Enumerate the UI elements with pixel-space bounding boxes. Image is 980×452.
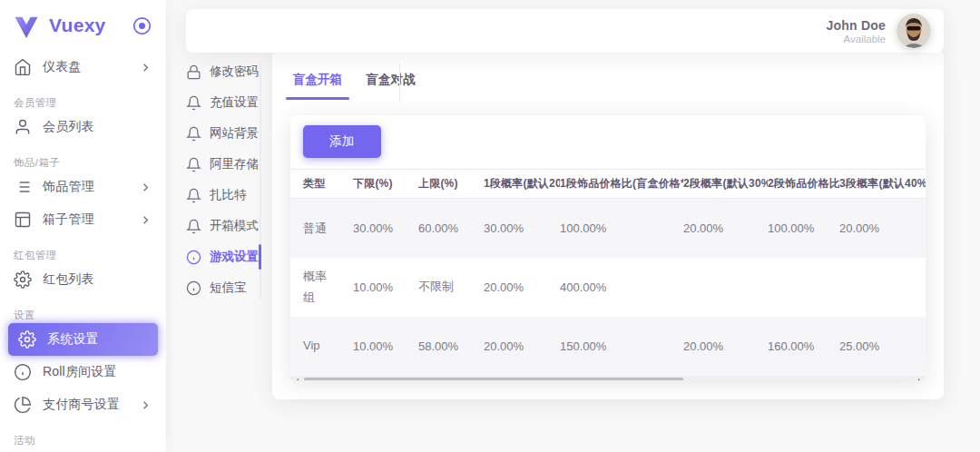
sidebar-section-redpacket: 红包管理 [0, 236, 166, 263]
cell-value: 20.00% [839, 199, 926, 258]
sidebar-item-box-management[interactable]: 箱子管理 [0, 203, 166, 236]
sidebar-item-label: 红包列表 [43, 271, 94, 288]
user-menu[interactable]: John Doe Available [827, 14, 931, 48]
col-header-stage1-ratio: 1段饰品价格比(盲盒价格*比例) [560, 170, 683, 199]
box-icon [14, 211, 32, 229]
brand-header: Vuexy [0, 0, 166, 51]
col-header-stage2-ratio: 2段饰品价格比 [768, 170, 839, 199]
cell-value: 30.00% [484, 199, 560, 258]
bell-icon [186, 95, 201, 111]
add-button[interactable]: 添加 [303, 125, 381, 158]
active-indicator [259, 244, 261, 270]
cell-type: 普通 [303, 218, 336, 239]
sidebar-item-member-list[interactable]: 会员列表 [0, 111, 166, 143]
col-header-type: 类型 [290, 170, 353, 199]
cell-value: 400.00% [560, 258, 683, 317]
table-toolbar: 添加 [290, 115, 926, 169]
menu-item-label: 充值设置 [210, 94, 259, 111]
table-row[interactable]: 普通 30.00% 60.00% 30.00% 100.00% 20.00% 1… [290, 199, 926, 258]
main-sidebar: Vuexy 仪表盘 会员管理 会员列表 饰品/箱子 饰品管理 箱子管理 红包管理 [0, 0, 166, 452]
tab-blindbox-open[interactable]: 盲盒开箱 [286, 64, 349, 100]
tab-blindbox-battle[interactable]: 盲盒对战 [358, 64, 422, 100]
bell-icon [186, 219, 201, 234]
table-panel: 添加 类型 下限(%) 上限(%) 1段概率(默认20%) 1段饰品价格比(盲盒… [290, 115, 926, 380]
table-row[interactable]: 概率组 10.00% 不限制 20.00% 400.00% [290, 258, 926, 317]
cell-value: 160.00% [768, 317, 839, 376]
chevron-right-icon [139, 398, 152, 412]
cell-type: Vip [303, 335, 336, 356]
top-navbar: John Doe Available [186, 9, 944, 53]
list-icon [14, 178, 32, 196]
cell-value: 20.00% [683, 317, 768, 376]
cell-value: 10.00% [353, 317, 418, 376]
lock-icon [186, 64, 201, 80]
menu-item-label: 短信宝 [210, 280, 247, 296]
menu-item-zhabite[interactable]: 扎比特 [186, 180, 260, 211]
cell-value: 25.00% [839, 317, 926, 376]
menu-item-label: 开箱模式 [210, 218, 259, 234]
menu-item-ali-storage[interactable]: 阿里存储 [186, 149, 260, 180]
bell-icon [186, 157, 201, 172]
scroll-right-button[interactable] [914, 376, 926, 381]
sidebar-item-redpacket-list[interactable]: 红包列表 [0, 263, 166, 296]
sidebar-item-roll-room-settings[interactable]: Roll房间设置 [0, 356, 166, 388]
sidebar-item-label: 箱子管理 [43, 211, 94, 228]
menu-item-game-settings[interactable]: 游戏设置 [186, 241, 260, 272]
cell-value: 20.00% [484, 317, 560, 376]
cell-value [839, 258, 926, 317]
menu-item-site-background[interactable]: 网站背景 [186, 118, 260, 149]
col-header-upper-limit: 上限(%) [418, 170, 484, 199]
chevron-right-icon [139, 61, 152, 74]
menu-item-label: 修改密码 [210, 64, 259, 80]
sidebar-item-system-settings[interactable]: 系统设置 [8, 323, 158, 356]
pie-chart-icon [14, 396, 32, 414]
info-circle-icon [186, 280, 201, 296]
cell-type: 概率组 [303, 266, 336, 309]
tab-bar: 盲盒开箱 盲盒对战 [272, 50, 944, 107]
vuexy-logo-icon [13, 14, 40, 37]
scrollbar-track[interactable] [302, 376, 914, 381]
menu-pin-toggle-icon[interactable] [132, 16, 152, 35]
cell-value: 100.00% [560, 199, 683, 258]
settings-menu: 修改密码 充值设置 网站背景 阿里存储 扎比特 开箱模式 游戏设置 短信宝 [186, 56, 260, 303]
sidebar-item-item-management[interactable]: 饰品管理 [0, 171, 166, 203]
sidebar-item-label: 系统设置 [47, 331, 99, 348]
chevron-right-icon [139, 181, 152, 194]
sidebar-section-activity: 活动 [0, 421, 166, 448]
sidebar-item-payment-merchant-settings[interactable]: 支付商号设置 [0, 388, 166, 421]
sidebar-item-label: Roll房间设置 [43, 364, 117, 380]
sidebar-nav: 仪表盘 会员管理 会员列表 饰品/箱子 饰品管理 箱子管理 红包管理 红包列表 … [0, 51, 166, 448]
probability-table: 类型 下限(%) 上限(%) 1段概率(默认20%) 1段饰品价格比(盲盒价格*… [290, 169, 926, 376]
menu-item-label: 阿里存储 [210, 156, 259, 172]
bell-icon [186, 188, 201, 203]
sidebar-item-label: 仪表盘 [43, 59, 82, 75]
col-header-stage2-prob: 2段概率(默认30%) [683, 170, 768, 199]
table-row[interactable]: Vip 10.00% 58.00% 20.00% 150.00% 20.00% … [290, 317, 926, 376]
cell-value: 20.00% [484, 258, 560, 317]
menu-item-sms-bao[interactable]: 短信宝 [186, 272, 260, 303]
avatar[interactable] [897, 14, 931, 48]
gear-icon [14, 270, 32, 289]
cell-value: 58.00% [418, 317, 484, 376]
gear-icon [18, 330, 36, 349]
bell-icon [186, 126, 201, 142]
user-meta: John Doe Available [827, 18, 886, 44]
home-icon [14, 58, 32, 76]
sidebar-item-dashboard[interactable]: 仪表盘 [0, 51, 166, 84]
scrollbar-thumb[interactable] [304, 378, 683, 381]
info-circle-icon [186, 250, 201, 265]
brand-name: Vuexy [49, 15, 132, 36]
horizontal-scrollbar[interactable] [290, 376, 926, 381]
menu-item-change-password[interactable]: 修改密码 [186, 56, 260, 87]
table-header-row: 类型 下限(%) 上限(%) 1段概率(默认20%) 1段饰品价格比(盲盒价格*… [290, 170, 926, 199]
cell-value: 不限制 [418, 258, 484, 317]
menu-item-unbox-mode[interactable]: 开箱模式 [186, 211, 260, 241]
menu-item-label: 扎比特 [210, 187, 247, 203]
menu-item-recharge-settings[interactable]: 充值设置 [186, 87, 260, 118]
cell-value [768, 258, 839, 317]
chevron-right-icon [139, 213, 152, 227]
cell-value: 150.00% [560, 317, 683, 376]
cell-value: 60.00% [418, 199, 484, 258]
scroll-left-button[interactable] [290, 376, 302, 381]
user-status: Available [827, 34, 886, 44]
